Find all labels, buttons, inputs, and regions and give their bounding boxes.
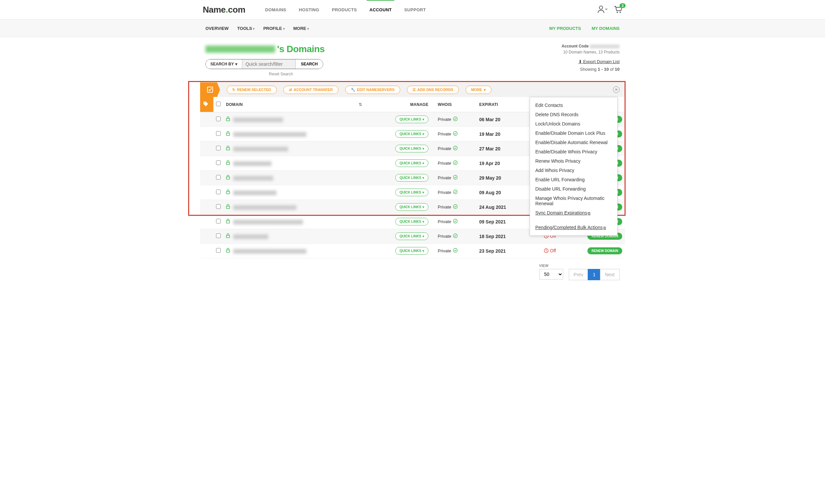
col-domain[interactable]: DOMAIN⇅ [223,97,365,112]
redacted-domain[interactable] [233,132,306,137]
renew-domain-button[interactable]: RENEW DOMAIN [587,247,622,254]
lock-icon [226,161,231,166]
menu-sync-expirations[interactable]: Sync Domain Expirations⧉ [530,208,617,217]
svg-rect-17 [226,177,230,179]
row-checkbox[interactable] [216,117,221,121]
redacted-domain[interactable] [233,220,303,224]
cart-button[interactable]: 3 [614,5,622,14]
close-action-bar-button[interactable]: ✕ [613,86,619,93]
nav-domains[interactable]: DOMAINS [265,1,286,19]
export-domain-list-link[interactable]: ⬇ Export Domain List [579,59,619,64]
sec-nav-tools[interactable]: TOOLS▾ [237,26,255,31]
menu-whois-privacy[interactable]: Enable/Disable Whois Privacy [530,147,617,156]
row-checkbox[interactable] [216,190,221,194]
next-page-button[interactable]: Next [600,269,619,280]
menu-lock-unlock[interactable]: Lock/Unlock Domains [530,119,617,129]
quick-links-button[interactable]: QUICK LINKS ▾ [395,218,429,225]
menu-add-whois[interactable]: Add Whois Privacy [530,166,617,175]
quick-links-button[interactable]: QUICK LINKS ▾ [395,189,429,196]
redacted-domain[interactable] [233,161,272,166]
menu-whois-auto-renewal[interactable]: Manage Whois Privacy Automatic Renewal [530,194,617,208]
secondary-nav: OVERVIEW TOOLS▾ PROFILE▾ MORE▾ [206,26,309,31]
nav-account[interactable]: ACCOUNT [369,1,392,19]
select-all-checkbox[interactable] [216,101,221,106]
redacted-domain[interactable] [233,205,296,210]
user-menu[interactable] [598,5,608,14]
menu-bulk-actions[interactable]: Pending/Completed Bulk Actions⧉ [530,223,617,232]
lock-icon [226,205,231,210]
quick-links-button[interactable]: QUICK LINKS ▾ [395,130,429,138]
select-all-tab[interactable] [200,82,220,97]
nav-products[interactable]: PRODUCTS [332,1,357,19]
menu-enable-url-fwd[interactable]: Enable URL Forwarding [530,175,617,184]
caret-down-icon: ▾ [423,118,424,121]
quick-links-button[interactable]: QUICK LINKS ▾ [395,159,429,167]
page-1-button[interactable]: 1 [588,269,600,280]
quick-links-button[interactable]: QUICK LINKS ▾ [395,174,429,182]
menu-renew-whois[interactable]: Renew Whois Privacy [530,156,617,166]
sec-nav-overview[interactable]: OVERVIEW [206,26,229,31]
tag-cell[interactable] [200,171,213,185]
row-checkbox[interactable] [216,146,221,150]
tag-cell[interactable] [200,185,213,200]
redacted-domain[interactable] [233,191,277,195]
account-transfer-button[interactable]: ⇄ACCOUNT TRANSFER [283,86,339,94]
expiration-date: 24 Aug 2021 [479,205,506,210]
row-checkbox[interactable] [216,160,221,165]
row-checkbox[interactable] [216,175,221,179]
link-my-products[interactable]: MY PRODUCTS [549,26,581,31]
tag-cell[interactable] [200,156,213,171]
search-input[interactable] [242,59,295,69]
renew-selected-button[interactable]: ↻RENEW SELECTED [227,86,277,94]
quick-links-button[interactable]: QUICK LINKS ▾ [395,247,429,255]
nav-hosting[interactable]: HOSTING [299,1,319,19]
more-actions-button[interactable]: MORE▾ [466,86,492,94]
redacted-domain[interactable] [233,176,273,181]
redacted-domain[interactable] [233,234,268,239]
edit-nameservers-button[interactable]: 🔧EDIT NAMESERVERS [345,86,400,94]
more-actions-menu: Edit Contacts Delete DNS Records Lock/Un… [530,97,618,236]
tag-cell[interactable] [200,200,213,214]
row-checkbox[interactable] [216,248,221,253]
row-checkbox[interactable] [216,204,221,209]
download-icon: ⬇ [579,59,582,64]
redacted-name [206,46,275,53]
tag-cell[interactable] [200,244,213,258]
quick-links-button[interactable]: QUICK LINKS ▾ [395,232,429,240]
menu-auto-renewal[interactable]: Enable/Disable Automatic Renewal [530,138,617,147]
sec-nav-profile[interactable]: PROFILE▾ [263,26,284,31]
menu-domain-lock-plus[interactable]: Enable/Disable Domain Lock Plus [530,129,617,138]
redacted-domain[interactable] [233,249,306,254]
nav-support[interactable]: SUPPORT [404,1,426,19]
primary-nav: DOMAINS HOSTING PRODUCTS ACCOUNT SUPPORT [265,1,426,19]
search-by-dropdown[interactable]: SEARCH BY▾ [206,59,242,69]
redacted-domain[interactable] [233,118,283,122]
row-checkbox[interactable] [216,233,221,238]
menu-disable-url-fwd[interactable]: Disable URL Forwarding [530,184,617,194]
logo[interactable]: Name.com [203,4,245,15]
menu-edit-contacts[interactable]: Edit Contacts [530,100,617,110]
tag-cell[interactable] [200,112,213,127]
view-per-page-select[interactable]: 50 [539,269,563,280]
row-checkbox[interactable] [216,219,221,223]
sec-nav-more[interactable]: MORE▾ [293,26,309,31]
svg-rect-26 [226,221,230,223]
tag-cell[interactable] [200,229,213,244]
expiration-date: 18 Sep 2021 [479,234,506,239]
reset-search-link[interactable]: Reset Search [269,72,293,76]
tag-cell[interactable] [200,141,213,156]
menu-delete-dns[interactable]: Delete DNS Records [530,110,617,119]
search-button[interactable]: SEARCH [295,59,323,69]
prev-page-button[interactable]: Prev [569,269,588,280]
tag-cell[interactable] [200,127,213,141]
quick-links-button[interactable]: QUICK LINKS ▾ [395,145,429,152]
redacted-domain[interactable] [233,147,288,151]
secondary-nav-bar: OVERVIEW TOOLS▾ PROFILE▾ MORE▾ MY PRODUC… [0,19,825,37]
add-dns-records-button[interactable]: ☰ADD DNS RECORDS [407,86,459,94]
tag-cell[interactable] [200,214,213,229]
link-my-domains[interactable]: MY DOMAINS [592,26,619,31]
quick-links-button[interactable]: QUICK LINKS ▾ [395,116,429,123]
tag-icon [203,101,209,107]
row-checkbox[interactable] [216,131,221,136]
quick-links-button[interactable]: QUICK LINKS ▾ [395,203,429,211]
